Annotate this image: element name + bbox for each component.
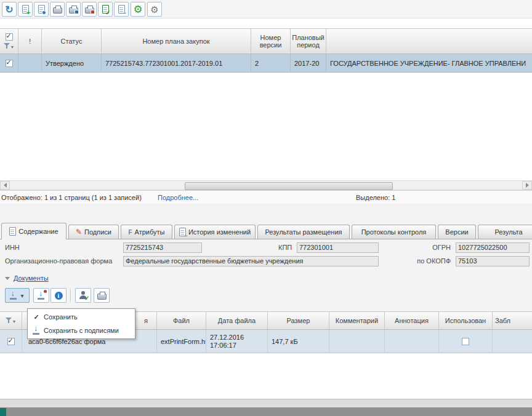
doc-header-filter[interactable] bbox=[0, 312, 22, 329]
print-icon bbox=[53, 7, 62, 14]
scroll-right-button[interactable] bbox=[522, 181, 532, 190]
refresh-icon bbox=[5, 4, 13, 15]
application-window: ! Статус Номер плана закупок Номер верси… bbox=[0, 0, 532, 416]
doc-size-value: 147,7 кБ bbox=[272, 338, 298, 345]
doc-header-blocked[interactable]: Забл bbox=[493, 312, 532, 329]
grid-status-bar: Отображено: 1 из 1 страниц (1 из 1 запис… bbox=[0, 190, 532, 204]
process-button[interactable] bbox=[131, 2, 145, 17]
row-plan-number-cell: 7725215743.772301001.2017-2019.01 bbox=[102, 54, 251, 72]
add-document-icon bbox=[22, 5, 29, 14]
print-red-button[interactable] bbox=[82, 2, 97, 17]
documents-section-header[interactable]: Документы bbox=[5, 273, 49, 283]
header-label: Размер bbox=[287, 317, 310, 324]
tab-attributes[interactable]: Атрибуты bbox=[121, 225, 172, 239]
okopf-field[interactable]: 75103 bbox=[456, 256, 530, 266]
horizontal-scrollbar[interactable] bbox=[0, 180, 532, 190]
dropdown-caret-icon[interactable] bbox=[19, 292, 26, 299]
panel-separator bbox=[0, 204, 532, 222]
doc-comment-cell bbox=[329, 330, 385, 353]
print-icon bbox=[97, 294, 107, 300]
grid-header-select[interactable] bbox=[0, 29, 18, 54]
inn-field[interactable]: 7725215743 bbox=[123, 242, 202, 253]
displayed-count: Отображено: 1 из 1 страниц (1 из 1 запис… bbox=[1, 191, 142, 204]
signature-icon bbox=[76, 228, 82, 236]
period-value: 2017-20 bbox=[294, 60, 319, 67]
print-button[interactable] bbox=[50, 2, 65, 17]
filter-icon[interactable] bbox=[6, 318, 12, 324]
open-document-button[interactable] bbox=[34, 2, 49, 17]
document-info-button[interactable] bbox=[50, 288, 66, 303]
header-label: Плановый период bbox=[291, 34, 326, 49]
documents-section-title[interactable]: Документы bbox=[14, 274, 49, 282]
save-split-button[interactable] bbox=[5, 288, 30, 303]
header-label: Дата файла bbox=[218, 317, 256, 324]
grid-header-customer[interactable] bbox=[326, 29, 532, 54]
kpp-label: КПП bbox=[278, 242, 292, 253]
tab-placement-results[interactable]: Результаты размещения bbox=[257, 225, 350, 239]
header-label: Номер версии bbox=[251, 34, 290, 49]
filter-dropdown-icon[interactable] bbox=[12, 317, 17, 324]
doc-header-comment[interactable]: Комментарий bbox=[329, 312, 385, 329]
filter-icon[interactable] bbox=[4, 43, 10, 49]
collapse-icon[interactable] bbox=[5, 277, 10, 280]
more-link[interactable]: Подробнее... bbox=[158, 191, 198, 204]
tab-signatures[interactable]: Подписи bbox=[68, 225, 119, 239]
ogrn-field[interactable]: 1027725022500 bbox=[456, 242, 530, 253]
grid-header-status[interactable]: Статус bbox=[42, 29, 102, 54]
tab-label: Подписи bbox=[84, 228, 111, 236]
scrollbar-thumb[interactable] bbox=[185, 182, 393, 190]
tab-contents[interactable]: Содержание bbox=[1, 223, 66, 239]
save-signatures-icon bbox=[37, 291, 46, 300]
doc-header-file-date[interactable]: Дата файла bbox=[206, 312, 268, 329]
tab-change-history[interactable]: История изменений bbox=[174, 225, 256, 239]
plan-grid-row[interactable]: Утверждено 7725215743.772301001.2017-201… bbox=[0, 54, 532, 73]
doc-row-checkbox[interactable] bbox=[7, 338, 15, 345]
approve-person-button[interactable] bbox=[75, 288, 91, 303]
doc-used-checkbox[interactable] bbox=[462, 338, 469, 345]
opf-field[interactable]: Федеральные государственные бюджетные уч… bbox=[123, 256, 379, 266]
signature-dot-icon bbox=[44, 290, 47, 293]
header-label: ! bbox=[29, 38, 31, 45]
tab-label: История изменений bbox=[188, 228, 251, 236]
row-checkbox[interactable] bbox=[6, 60, 13, 67]
save-with-signatures-button[interactable] bbox=[33, 288, 49, 303]
doc-header-annotation[interactable]: Аннотация bbox=[385, 312, 439, 329]
kpp-field[interactable]: 772301001 bbox=[297, 242, 379, 253]
save-icon bbox=[32, 326, 41, 335]
contents-tab-icon bbox=[9, 227, 16, 236]
selected-count: Выделено: 1 bbox=[356, 191, 395, 204]
menu-item-label: Сохранить bbox=[44, 313, 78, 321]
header-label: я bbox=[144, 317, 148, 324]
print-document-button[interactable] bbox=[94, 288, 110, 303]
tab-results-clipped[interactable]: Результа bbox=[478, 225, 532, 239]
document-check-button[interactable] bbox=[98, 2, 113, 17]
grid-header-period[interactable]: Плановый период bbox=[291, 29, 326, 54]
row-customer-cell: ГОСУДАРСТВЕННОЕ УЧРЕЖДЕНИЕ- ГЛАВНОЕ УПРА… bbox=[326, 54, 532, 72]
row-status-cell: Утверждено bbox=[42, 54, 102, 72]
doc-header-used[interactable]: Использован bbox=[439, 312, 493, 329]
menu-item-save-with-signatures[interactable]: Сохранить с подписями bbox=[28, 324, 135, 337]
ogrn-label: ОГРН bbox=[369, 242, 451, 253]
scroll-left-button[interactable] bbox=[0, 181, 10, 190]
settings-button[interactable] bbox=[147, 2, 162, 17]
select-all-checkbox[interactable] bbox=[6, 33, 13, 41]
refresh-button[interactable] bbox=[2, 2, 17, 17]
tab-label: Результа bbox=[494, 228, 522, 236]
grid-header-plan-number[interactable]: Номер плана закупок bbox=[102, 29, 251, 54]
doc-file-cell: extPrintForm.html bbox=[157, 330, 206, 353]
document-export-button[interactable] bbox=[114, 2, 129, 17]
grid-header-exclamation[interactable]: ! bbox=[18, 29, 42, 54]
header-label: Статус bbox=[61, 38, 83, 45]
grid-header-version[interactable]: Номер версии bbox=[251, 29, 291, 54]
tab-versions[interactable]: Версии bbox=[438, 225, 476, 239]
doc-header-file[interactable]: Файл bbox=[157, 312, 206, 329]
add-document-button[interactable] bbox=[18, 2, 33, 17]
check-icon bbox=[31, 313, 41, 321]
filter-dropdown-icon[interactable] bbox=[10, 42, 15, 50]
tab-control-protocols[interactable]: Протоколы контроля bbox=[352, 225, 436, 239]
main-toolbar bbox=[0, 0, 532, 18]
doc-header-size[interactable]: Размер bbox=[268, 312, 329, 329]
print-save-button[interactable] bbox=[66, 2, 81, 17]
menu-item-save[interactable]: Сохранить bbox=[28, 310, 135, 324]
version-value: 2 bbox=[255, 60, 259, 67]
